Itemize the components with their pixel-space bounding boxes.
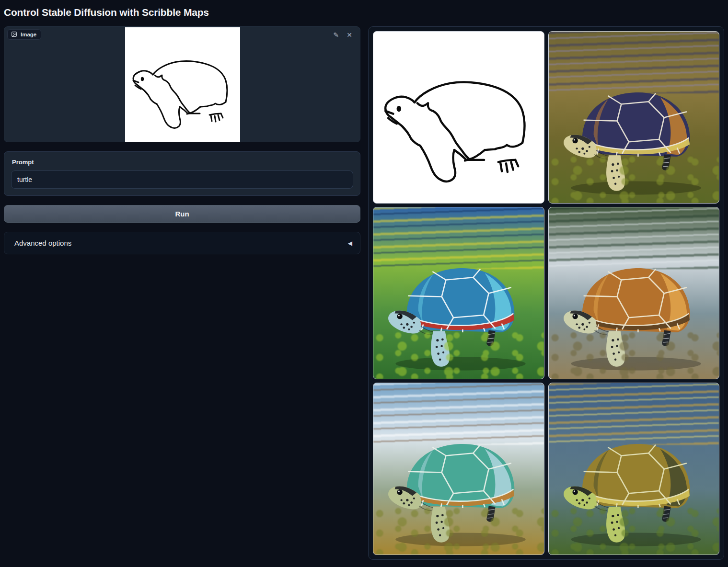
gallery-image-3[interactable] xyxy=(548,207,720,379)
main-row: Image ✎ ✕ Prompt Run Advanced option xyxy=(4,26,724,560)
image-toolbar: ✎ ✕ xyxy=(332,31,354,39)
water-texture xyxy=(373,331,544,379)
scribble-image[interactable] xyxy=(125,27,240,142)
water-texture xyxy=(549,507,719,555)
run-button[interactable]: Run xyxy=(4,205,360,223)
image-upload-component: Image ✎ ✕ xyxy=(4,26,360,142)
app-root: Control Stable Diffusion with Scribble M… xyxy=(0,0,728,564)
scribble-thumbnail xyxy=(373,32,544,203)
collapse-arrow-icon: ◀ xyxy=(348,240,352,247)
image-label: Image xyxy=(21,32,36,37)
advanced-options-accordion[interactable]: Advanced options ◀ xyxy=(4,232,360,254)
output-gallery xyxy=(368,26,724,560)
water-texture xyxy=(549,155,719,203)
gallery-image-2[interactable] xyxy=(373,207,544,379)
advanced-options-label: Advanced options xyxy=(14,239,71,247)
prompt-input[interactable] xyxy=(11,170,353,189)
water-texture xyxy=(549,331,719,379)
gallery-image-5[interactable] xyxy=(548,383,720,555)
controls-column: Image ✎ ✕ Prompt Run Advanced option xyxy=(4,26,360,254)
edit-icon[interactable]: ✎ xyxy=(332,31,341,39)
prompt-panel: Prompt xyxy=(4,151,360,196)
gallery-image-1[interactable] xyxy=(548,31,720,204)
page-title: Control Stable Diffusion with Scribble M… xyxy=(4,7,724,18)
image-label-badge: Image xyxy=(7,29,41,40)
gallery-image-4[interactable] xyxy=(373,383,544,555)
clear-icon[interactable]: ✕ xyxy=(345,31,354,39)
gallery-image-scribble[interactable] xyxy=(373,31,544,204)
water-texture xyxy=(373,507,544,555)
prompt-label: Prompt xyxy=(12,159,353,166)
image-icon xyxy=(11,31,17,37)
